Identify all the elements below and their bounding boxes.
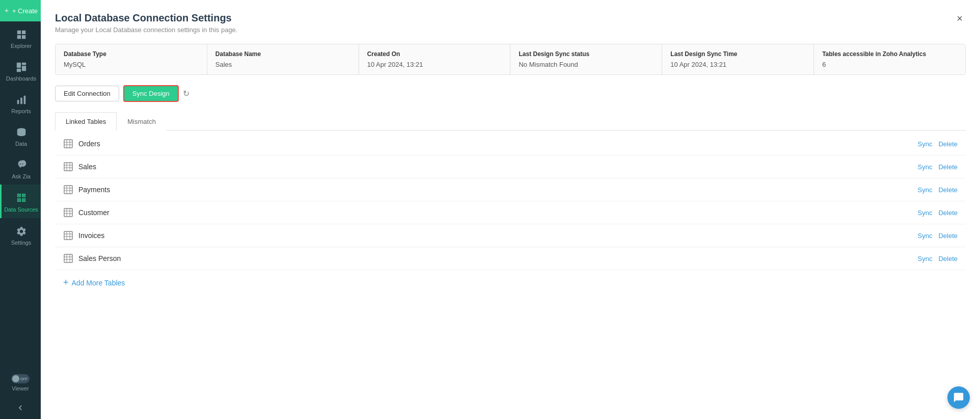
panel-subtitle: Manage your Local Database connection se… xyxy=(55,26,237,34)
table-actions-customer: Sync Delete xyxy=(918,209,958,217)
reports-icon xyxy=(15,94,28,106)
info-value-db-type: MySQL xyxy=(64,61,199,68)
delete-sales-person-link[interactable]: Delete xyxy=(938,255,958,263)
tab-mismatch[interactable]: Mismatch xyxy=(117,112,167,130)
info-value-db-name: Sales xyxy=(215,61,350,68)
sidebar: ＋ + Create Explorer Dashboards Reports D… xyxy=(0,0,41,419)
panel-title-section: Local Database Connection Settings Manag… xyxy=(55,12,237,34)
info-cell-created-on: Created On 10 Apr 2024, 13:21 xyxy=(359,44,511,74)
sync-design-button[interactable]: Sync Design xyxy=(123,85,179,102)
create-plus-icon: ＋ xyxy=(3,6,10,15)
sidebar-item-reports-label: Reports xyxy=(11,108,31,114)
sync-sales-person-link[interactable]: Sync xyxy=(918,255,933,263)
sidebar-item-data-label: Data xyxy=(15,141,27,147)
sidebar-item-explorer-label: Explorer xyxy=(11,43,32,49)
tab-linked-tables[interactable]: Linked Tables xyxy=(55,112,117,130)
info-cell-db-name: Database Name Sales xyxy=(207,44,359,74)
create-label: + Create xyxy=(12,7,38,15)
info-cell-sync-time: Last Design Sync Time 10 Apr 2024, 13:21 xyxy=(662,44,814,74)
svg-rect-1 xyxy=(21,63,25,65)
delete-invoices-link[interactable]: Delete xyxy=(938,232,958,240)
sync-payments-link[interactable]: Sync xyxy=(918,186,933,194)
info-label-db-name: Database Name xyxy=(215,50,350,58)
table-actions-orders: Sync Delete xyxy=(918,140,958,148)
settings-icon xyxy=(15,225,28,238)
sidebar-item-data-sources[interactable]: Data Sources xyxy=(0,185,41,218)
action-bar: Edit Connection Sync Design ↻ xyxy=(55,85,966,102)
sync-invoices-link[interactable]: Sync xyxy=(918,232,933,240)
delete-orders-link[interactable]: Delete xyxy=(938,140,958,148)
svg-point-11 xyxy=(23,195,24,196)
table-actions-sales-person: Sync Delete xyxy=(918,255,958,263)
table-grid-icon-sales xyxy=(63,162,73,172)
info-cell-db-type: Database Type MySQL xyxy=(56,44,207,74)
svg-point-8 xyxy=(19,164,20,165)
refresh-icon[interactable]: ↻ xyxy=(183,89,189,98)
table-name-invoices: Invoices xyxy=(78,231,918,240)
viewer-label: Viewer xyxy=(12,385,29,391)
ask-zia-icon xyxy=(15,159,28,171)
table-row: Payments Sync Delete xyxy=(55,178,966,201)
toggle-knob xyxy=(12,375,19,382)
svg-rect-5 xyxy=(20,97,22,104)
chat-button[interactable] xyxy=(947,386,970,409)
sidebar-item-data-sources-label: Data Sources xyxy=(4,206,38,213)
table-name-customer: Customer xyxy=(78,208,918,217)
svg-rect-39 xyxy=(64,254,72,263)
edit-connection-button[interactable]: Edit Connection xyxy=(55,86,119,101)
svg-rect-29 xyxy=(64,208,72,217)
info-cell-sync-status: Last Design Sync status No Mismatch Foun… xyxy=(510,44,662,74)
svg-rect-2 xyxy=(21,66,25,71)
dashboards-icon xyxy=(15,61,28,73)
collapse-button[interactable] xyxy=(0,397,41,419)
sidebar-item-ask-zia[interactable]: Ask Zia xyxy=(0,152,41,185)
info-value-tables-count: 6 xyxy=(822,61,957,68)
toggle-switch[interactable]: OFF xyxy=(11,374,30,383)
add-more-tables-row[interactable]: + Add More Tables xyxy=(55,270,966,295)
add-more-tables-label: Add More Tables xyxy=(72,279,125,287)
table-name-sales: Sales xyxy=(78,163,918,171)
info-label-db-type: Database Type xyxy=(64,50,199,58)
table-row: Customer Sync Delete xyxy=(55,201,966,224)
tables-list: Orders Sync Delete Sales Sync Delete xyxy=(55,130,966,295)
table-grid-icon-orders xyxy=(63,139,73,149)
sidebar-item-dashboards[interactable]: Dashboards xyxy=(0,54,41,87)
sync-customer-link[interactable]: Sync xyxy=(918,209,933,217)
delete-sales-link[interactable]: Delete xyxy=(938,163,958,171)
info-label-sync-status: Last Design Sync status xyxy=(519,50,654,58)
panel-header: Local Database Connection Settings Manag… xyxy=(55,12,966,34)
info-table: Database Type MySQL Database Name Sales … xyxy=(55,44,966,75)
sidebar-bottom: OFF Viewer xyxy=(0,369,41,419)
viewer-toggle[interactable]: OFF Viewer xyxy=(11,369,30,397)
sidebar-item-data[interactable]: Data xyxy=(0,119,41,152)
explorer-icon xyxy=(15,29,28,41)
info-value-sync-status: No Mismatch Found xyxy=(519,61,654,68)
info-label-sync-time: Last Design Sync Time xyxy=(670,50,805,58)
sidebar-item-reports[interactable]: Reports xyxy=(0,87,41,119)
svg-point-13 xyxy=(23,199,24,201)
sidebar-item-explorer[interactable]: Explorer xyxy=(0,21,41,54)
sync-sales-link[interactable]: Sync xyxy=(918,163,933,171)
delete-payments-link[interactable]: Delete xyxy=(938,186,958,194)
create-button[interactable]: ＋ + Create xyxy=(0,0,41,21)
info-label-tables-count: Tables accessible in Zoho Analytics xyxy=(822,50,957,58)
svg-point-12 xyxy=(18,199,20,201)
sidebar-item-settings-label: Settings xyxy=(11,240,32,246)
info-label-created-on: Created On xyxy=(367,50,502,58)
sidebar-item-settings[interactable]: Settings xyxy=(0,218,41,251)
data-sources-icon xyxy=(15,192,28,204)
table-name-orders: Orders xyxy=(78,140,918,148)
info-value-sync-time: 10 Apr 2024, 13:21 xyxy=(670,61,805,68)
svg-rect-34 xyxy=(64,231,72,240)
sync-orders-link[interactable]: Sync xyxy=(918,140,933,148)
table-row: Invoices Sync Delete xyxy=(55,224,966,247)
delete-customer-link[interactable]: Delete xyxy=(938,209,958,217)
panel-title: Local Database Connection Settings xyxy=(55,12,237,24)
table-row: Orders Sync Delete xyxy=(55,133,966,155)
table-name-sales-person: Sales Person xyxy=(78,254,918,263)
settings-panel: Local Database Connection Settings Manag… xyxy=(41,0,980,419)
info-value-created-on: 10 Apr 2024, 13:21 xyxy=(367,61,502,68)
svg-rect-3 xyxy=(16,69,20,72)
close-button[interactable]: × xyxy=(954,12,966,24)
svg-rect-14 xyxy=(64,140,72,148)
